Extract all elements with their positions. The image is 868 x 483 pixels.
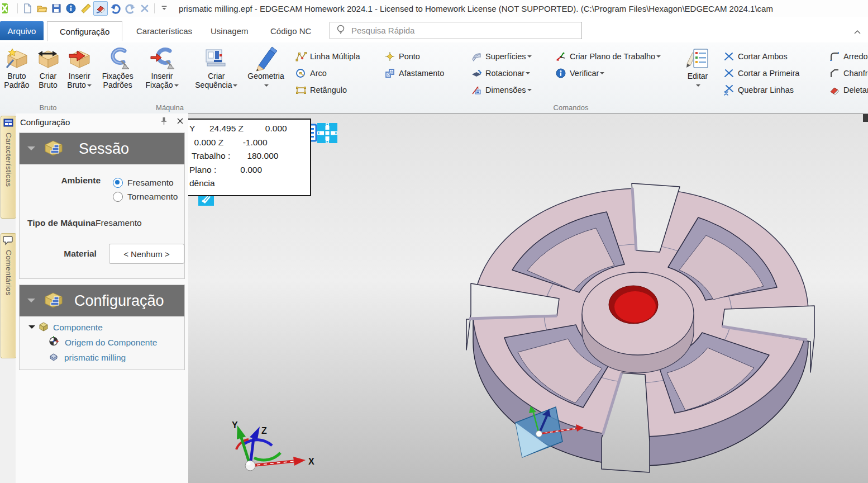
radio-torneamento[interactable]: Torneamento — [113, 190, 178, 203]
new-document-icon[interactable] — [21, 2, 34, 15]
tab-configuracao[interactable]: Configuração — [47, 21, 122, 41]
collapse-triangle-icon[interactable] — [27, 299, 35, 306]
commands-column-4: Criar Plano de Trabalho Verificar — [549, 45, 678, 82]
fixacoes-padroes-button[interactable]: Fixações Padrões — [96, 45, 139, 91]
main-area: Características Comentários Configuração — [0, 113, 868, 483]
group-label-comandos: Comandos — [244, 103, 868, 112]
cortar-primeira-button[interactable]: Cortar a Primeira — [720, 65, 819, 82]
geometria-button[interactable]: Geometria — [244, 45, 288, 91]
tree-expand-icon[interactable] — [28, 325, 35, 332]
qat-separator — [17, 3, 18, 13]
cortar-ambos-button[interactable]: Cortar Ambos — [720, 48, 819, 65]
radio-fresamento[interactable]: Fresamento — [113, 176, 178, 190]
dimensoes-button[interactable]: Dimensões — [468, 82, 546, 98]
quick-search[interactable] — [330, 22, 582, 39]
tree-item-label: prismatic milling — [64, 353, 126, 363]
button-label: Fixações — [97, 72, 138, 80]
graphics-viewport[interactable]: Y 24.495 Z 0.000 0.000 Z -1.000 Trabalho… — [188, 113, 868, 483]
features-window-icon — [3, 118, 14, 130]
material-label: Material — [20, 249, 97, 259]
button-label: Inserir — [64, 72, 95, 80]
criar-sequencia-button[interactable]: Criar Sequência — [189, 45, 244, 91]
editar-button[interactable]: Editar — [679, 45, 717, 91]
button-label: Geometria — [245, 72, 287, 80]
chamfer-icon — [829, 68, 840, 79]
tipo-maquina-label: Tipo de Máquina — [27, 218, 96, 228]
app-logo-icon — [1, 2, 15, 15]
info-icon[interactable] — [64, 2, 78, 15]
undo-icon[interactable] — [109, 2, 122, 15]
redo-icon[interactable] — [123, 2, 137, 15]
superficies-button[interactable]: Superfícies — [468, 48, 546, 65]
machine-icon — [190, 46, 242, 72]
surface-icon — [471, 51, 482, 62]
grid-cross-toolbar-icon[interactable] — [317, 123, 337, 145]
panel-title: Configuração — [20, 117, 160, 127]
rectangle-icon — [295, 84, 307, 96]
panel-header: Configuração — [16, 113, 188, 130]
close-icon[interactable] — [177, 117, 184, 127]
session-section: Sessão Ambiente Fresamento Torneamento — [19, 132, 185, 279]
retangulo-button[interactable]: Retângulo — [292, 82, 375, 98]
qat-customize-icon[interactable] — [158, 2, 171, 15]
commands-column-1: Linha Múltipla Arco Retângulo — [289, 45, 377, 98]
verificar-button[interactable]: Verificar — [552, 65, 676, 82]
button-label: Sequência — [190, 80, 242, 89]
ribbon-group-comandos: Geometria Linha Múltipla Arco Retângulo — [244, 42, 868, 113]
tree-item-origem[interactable]: Origem do Componente — [20, 335, 184, 350]
deletar-button[interactable]: Deletar — [826, 82, 868, 98]
tab-caracteristicas[interactable]: Características — [124, 21, 204, 40]
eraser-icon[interactable] — [93, 1, 108, 16]
arco-button[interactable]: Arco — [292, 65, 375, 82]
rotate-icon — [471, 68, 482, 79]
radio-label: Torneamento — [127, 192, 178, 202]
tree-item-prismatic-milling[interactable]: prismatic milling — [20, 350, 184, 365]
overlay-line: Y 24.495 Z 0.000 — [189, 122, 310, 136]
sidetab-caracteristicas[interactable]: Características — [1, 116, 16, 219]
radio-selected-icon[interactable] — [113, 178, 123, 188]
tree-item-label: Componente — [53, 323, 103, 333]
criar-bruto-button[interactable]: Criar Bruto — [34, 45, 63, 91]
inserir-bruto-button[interactable]: Inserir Bruto — [63, 45, 96, 91]
collapse-triangle-icon[interactable] — [27, 146, 35, 154]
tab-usinagem[interactable]: Usinagem — [198, 21, 261, 40]
button-label: Criar — [190, 72, 242, 80]
quebrar-linhas-button[interactable]: Quebrar Linhas — [720, 82, 819, 98]
session-banner: Sessão — [20, 133, 184, 164]
measure-icon[interactable] — [79, 2, 92, 15]
sidetab-label: Características — [4, 132, 13, 187]
radio-unselected-icon[interactable] — [113, 192, 123, 202]
ambiente-label: Ambiente — [20, 176, 101, 186]
ponto-button[interactable]: Ponto — [381, 48, 461, 65]
tab-codigo-nc[interactable]: Código NC — [258, 21, 323, 40]
button-label — [245, 80, 287, 89]
qat-separator — [154, 3, 155, 13]
criar-plano-trabalho-button[interactable]: Criar Plano de Trabalho — [552, 48, 676, 65]
search-input[interactable] — [350, 25, 565, 36]
button-label: Bruto — [35, 80, 61, 89]
pin-icon[interactable] — [160, 117, 168, 127]
chanfro-button[interactable]: Chanfro — [826, 65, 868, 82]
material-select[interactable]: < Nenhum > — [109, 244, 184, 264]
sidetab-label: Comentários — [4, 250, 13, 296]
delete-x-icon[interactable] — [138, 2, 151, 15]
save-icon[interactable] — [50, 2, 63, 15]
inserir-fixacao-button[interactable]: Inserir Fixação — [139, 45, 184, 91]
button-label: Criar — [35, 72, 61, 80]
collapse-ribbon-icon[interactable] — [853, 27, 861, 37]
linha-multipla-button[interactable]: Linha Múltipla — [292, 48, 375, 65]
afastamento-button[interactable]: Afastamento — [381, 65, 461, 82]
button-label: Dimensões — [485, 86, 526, 94]
bruto-padrao-button[interactable]: Bruto Padrão — [0, 45, 34, 91]
open-file-icon[interactable] — [35, 2, 49, 15]
tab-arquivo[interactable]: Arquivo — [0, 21, 44, 40]
button-label: Verificar — [570, 69, 599, 78]
dropdown-caret-icon — [233, 84, 237, 89]
sidetab-comentarios[interactable]: Comentários — [1, 233, 16, 358]
dropdown-caret-icon — [526, 72, 530, 77]
commands-column-3: Superfícies Rotacionar Dimensões — [464, 45, 548, 98]
rotacionar-button[interactable]: Rotacionar — [468, 65, 546, 82]
arredondar-button[interactable]: Arredondar — [826, 48, 868, 65]
tree-item-componente[interactable]: Componente — [20, 320, 184, 335]
stock-insert-icon — [64, 46, 95, 72]
